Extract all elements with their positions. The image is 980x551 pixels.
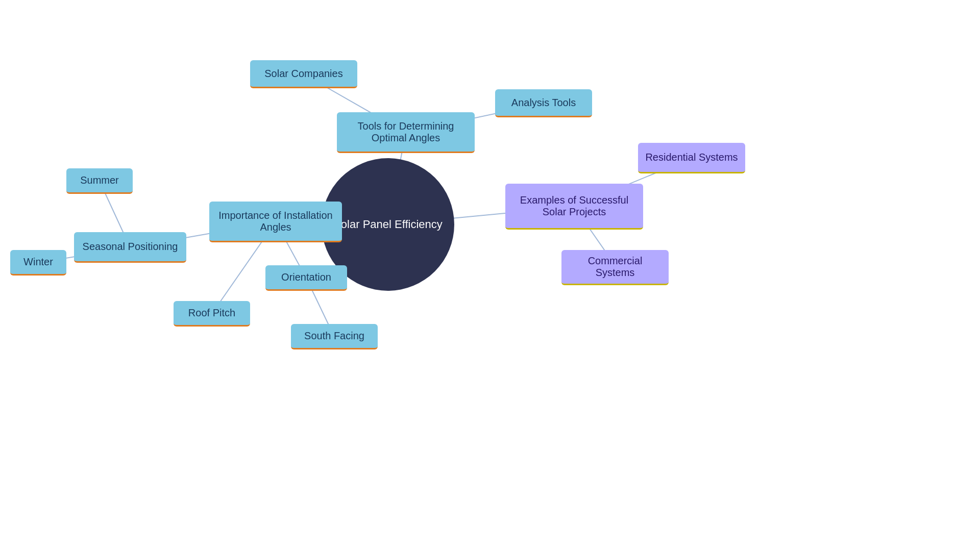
node-summer[interactable]: Summer xyxy=(66,168,133,194)
connection-lines xyxy=(0,0,980,551)
node-examples[interactable]: Examples of Successful Solar Projects xyxy=(505,184,643,230)
node-seasonal[interactable]: Seasonal Positioning xyxy=(74,232,186,263)
node-residential[interactable]: Residential Systems xyxy=(638,143,745,173)
node-south-facing[interactable]: South Facing xyxy=(291,324,378,349)
node-winter[interactable]: Winter xyxy=(10,250,66,276)
node-analysis-tools[interactable]: Analysis Tools xyxy=(495,89,592,117)
node-roof-pitch[interactable]: Roof Pitch xyxy=(174,301,250,327)
node-tools[interactable]: Tools for Determining Optimal Angles xyxy=(337,112,475,153)
node-orientation[interactable]: Orientation xyxy=(265,265,347,291)
node-solar-companies[interactable]: Solar Companies xyxy=(250,60,357,88)
node-importance[interactable]: Importance of Installation Angles xyxy=(209,202,342,242)
node-commercial[interactable]: Commercial Systems xyxy=(561,250,669,285)
